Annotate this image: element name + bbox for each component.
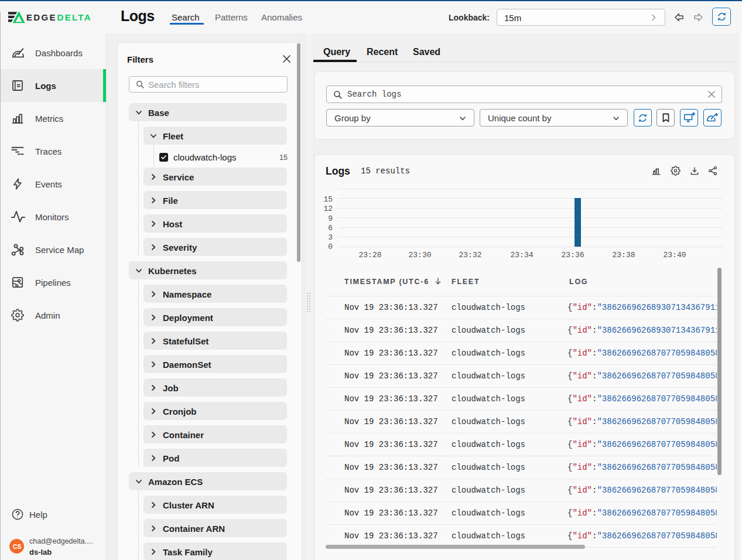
svg-text:EDGE: EDGE <box>26 12 57 22</box>
svg-text:DELTA: DELTA <box>57 12 92 22</box>
